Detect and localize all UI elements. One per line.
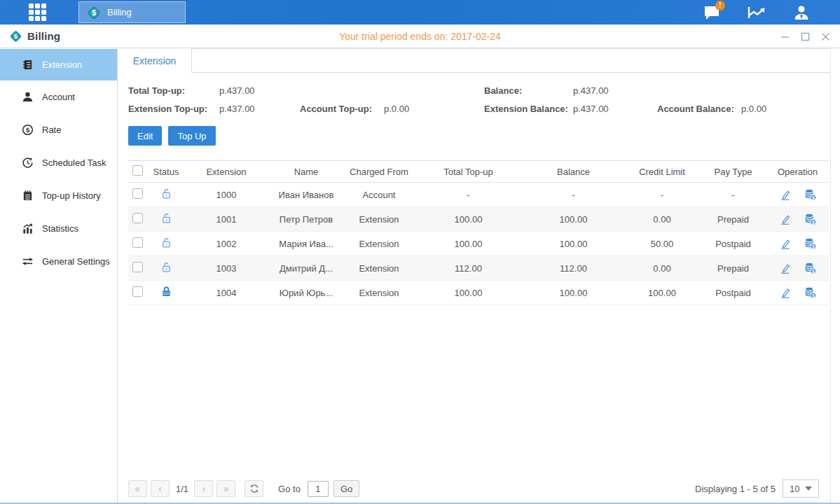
edit-button[interactable]: Edit (128, 126, 162, 146)
line-chart-icon (746, 4, 767, 21)
charged-from-cell: Extension (344, 288, 414, 298)
minimize-icon (780, 32, 790, 41)
charged-from-cell: Extension (344, 214, 414, 225)
total-topup-cell: 100.00 (414, 239, 523, 249)
page-size-select[interactable]: 10 (783, 479, 819, 498)
svg-text:$: $ (92, 8, 96, 17)
balance-cell: - (523, 190, 624, 200)
sidebar-item-statistics[interactable]: Statistics (0, 212, 117, 245)
unlocked-icon (160, 188, 172, 200)
col-total-topup: Total Top-up (414, 167, 523, 177)
row-checkbox[interactable] (132, 237, 143, 248)
extension-cell: 1004 (184, 288, 268, 298)
edit-row-button[interactable] (779, 262, 791, 274)
top-up-row-button[interactable]: $ (804, 213, 817, 225)
sidebar-item-extension[interactable]: Extension (0, 49, 117, 80)
row-checkbox[interactable] (132, 213, 143, 223)
maximize-button[interactable] (800, 31, 810, 41)
messages-button[interactable]: ! (700, 3, 724, 22)
pencil-icon (779, 287, 791, 299)
top-up-button[interactable]: Top Up (168, 126, 215, 146)
total-topup-label: Total Top-up: (128, 85, 219, 96)
topbar-tab-billing[interactable]: $ Billing (78, 1, 186, 23)
total-topup-cell: 100.00 (414, 214, 523, 225)
col-name: Name (268, 167, 344, 177)
first-page-button[interactable]: « (128, 480, 147, 497)
next-page-button[interactable]: › (194, 480, 213, 497)
balance-cell: 112.00 (523, 263, 624, 274)
credit-limit-cell: - (624, 190, 700, 200)
account-topup-value: p.0.00 (384, 104, 484, 114)
locked-icon (160, 286, 172, 298)
top-up-row-button[interactable]: $ (804, 286, 817, 299)
edit-row-button[interactable] (779, 287, 791, 299)
col-credit-limit: Credit Limit (624, 167, 700, 177)
last-page-button[interactable]: » (216, 480, 235, 497)
billing-diamond-icon: $ (86, 5, 102, 20)
minimize-button[interactable] (780, 31, 790, 41)
edit-row-button[interactable] (779, 238, 791, 250)
sidebar-item-general-settings[interactable]: General Settings (0, 245, 117, 278)
total-topup-cell: 100.00 (414, 288, 523, 298)
sidebar-item-account[interactable]: Account (0, 80, 117, 113)
person-icon (792, 4, 811, 22)
svg-text:$: $ (811, 220, 814, 225)
svg-text:$: $ (811, 293, 814, 299)
col-pay-type: Pay Type (700, 167, 766, 177)
operation-cell: $ (766, 213, 829, 225)
person-icon (21, 91, 34, 104)
sidebar-item-rate[interactable]: $ Rate (0, 113, 117, 146)
name-cell: Иван Иванов (268, 190, 344, 200)
tab-extension[interactable]: Extension (118, 48, 192, 73)
select-all-checkbox[interactable] (132, 165, 143, 176)
bar-chart-icon (21, 223, 34, 235)
col-operation: Operation (766, 167, 829, 177)
edit-row-button[interactable] (779, 214, 791, 225)
status-cell (148, 237, 184, 251)
svg-text:$: $ (14, 32, 18, 40)
edit-row-button[interactable] (779, 189, 791, 201)
pay-type-cell: Prepaid (700, 263, 766, 274)
extension-topup-label: Extension Top-up: (128, 104, 219, 114)
app-window: $ Billing ! (0, 0, 840, 504)
prev-page-button[interactable]: ‹ (151, 480, 170, 497)
pencil-icon (779, 214, 791, 225)
coins-icon: $ (804, 188, 817, 201)
row-checkbox[interactable] (132, 286, 143, 297)
page-size-value: 10 (790, 484, 799, 494)
page-title: Billing (27, 30, 60, 42)
sidebar-item-topup-history[interactable]: Top-up History (0, 179, 117, 212)
top-up-row-button[interactable]: $ (804, 188, 817, 201)
sidebar-item-label: Extension (42, 59, 82, 70)
go-button[interactable]: Go (333, 480, 359, 497)
table-row: 1001 Петр Петров Extension 100.00 100.00… (128, 207, 829, 232)
top-up-row-button[interactable]: $ (804, 237, 817, 250)
row-checkbox[interactable] (132, 262, 143, 272)
sidebar: Extension Account $ Rate Scheduled Task (0, 48, 118, 503)
close-button[interactable] (820, 31, 830, 41)
statistics-button[interactable] (745, 3, 769, 22)
user-account-button[interactable] (790, 3, 813, 22)
status-cell (148, 212, 184, 226)
row-checkbox[interactable] (132, 188, 143, 199)
table-row: 1004 Юрий Юрь... Extension 100.00 100.00… (128, 281, 829, 305)
app-grid-icon[interactable] (26, 2, 48, 23)
name-cell: Мария Ива... (268, 239, 344, 249)
top-up-row-button[interactable]: $ (804, 262, 817, 274)
pagination-bar: « ‹ 1/1 › » Go to Go Displaying (128, 479, 819, 498)
sidebar-item-scheduled-task[interactable]: Scheduled Task (0, 146, 117, 179)
tab-strip: Extension (118, 48, 830, 73)
operation-cell: $ (766, 286, 829, 299)
refresh-button[interactable] (245, 480, 263, 497)
page-info: 1/1 (176, 484, 188, 494)
maximize-icon (801, 32, 810, 41)
operation-cell: $ (766, 188, 829, 201)
coins-icon: $ (804, 286, 817, 299)
col-charged-from: Charged From (344, 167, 414, 177)
displaying-text: Displaying 1 - 5 of 5 (695, 484, 776, 494)
extension-balance-value: p.437.00 (573, 104, 657, 114)
pencil-icon (779, 189, 791, 201)
notification-badge: ! (715, 1, 725, 10)
col-status: Status (148, 167, 184, 177)
goto-page-input[interactable] (308, 481, 329, 497)
